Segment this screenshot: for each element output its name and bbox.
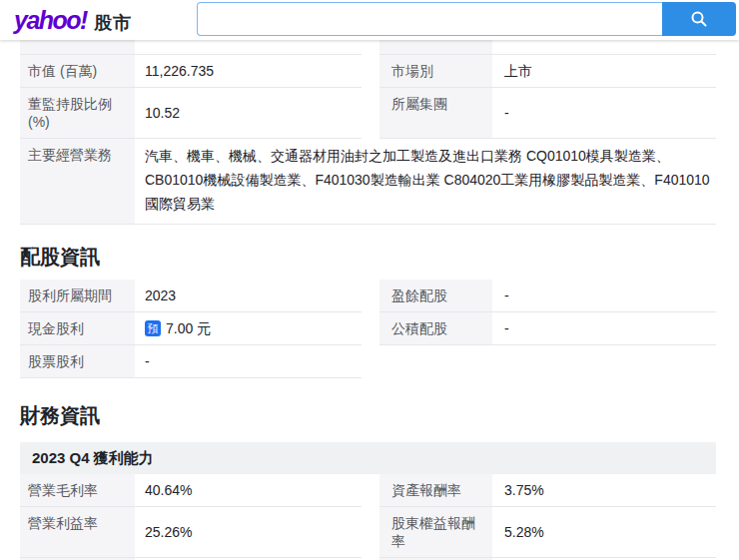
row-value: 10.52 — [135, 88, 362, 138]
row-value: - — [492, 312, 716, 344]
search-icon — [690, 10, 708, 28]
row-label: 現金股利 — [20, 312, 135, 344]
row-label: 市場別 — [379, 55, 492, 87]
table-row: 市值 (百萬) 11,226.735 市場別 上市 — [20, 55, 716, 88]
row-value: 2023 — [135, 280, 362, 311]
row-value: 11,226.735 — [135, 55, 362, 87]
search-button[interactable] — [662, 2, 736, 36]
row-label: 營業毛利率 — [20, 474, 135, 506]
row-value: 預 7.00 元 — [135, 312, 362, 344]
estimate-badge: 預 — [145, 320, 161, 336]
row-value: - — [492, 88, 716, 138]
table-row-clipped — [20, 40, 716, 55]
profitability-header: 2023 Q4 獲利能力 — [20, 442, 716, 474]
row-label: 所屬集團 — [379, 88, 492, 138]
row-label: 主要經營業務 — [20, 139, 135, 224]
page: yahoo! 股市 市值 (百萬) 11,226.7 — [0, 0, 739, 560]
row-label: 市值 (百萬) — [20, 55, 135, 87]
table-row: 現金股利 預 7.00 元 公積配股 - — [20, 312, 716, 345]
table-row: 營業利益率 25.26% 股東權益報酬率 5.28% — [20, 507, 716, 558]
table-row: 股利所屬期間 2023 盈餘配股 - — [20, 280, 716, 312]
search-box — [197, 2, 736, 36]
stock-market-label[interactable]: 股市 — [94, 11, 132, 35]
row-value: 40.64% — [135, 474, 362, 506]
table-row: 營業毛利率 40.64% 資產報酬率 3.75% — [20, 474, 716, 507]
row-value: 汽車、機車、機械、交通器材用油封之加工製造及進出口業務 CQ01010模具製造業… — [135, 139, 716, 224]
table-row: 股票股利 - — [20, 345, 716, 378]
table-row: 董監持股比例(%) 10.52 所屬集團 - — [20, 88, 716, 139]
row-label: 股票股利 — [20, 345, 135, 377]
row-value: - — [135, 345, 362, 377]
row-label: 股利所屬期間 — [20, 280, 135, 311]
section-title-finance: 財務資訊 — [20, 403, 716, 427]
row-label: 營業利益率 — [20, 507, 135, 557]
row-label: 盈餘配股 — [379, 280, 492, 311]
section-title-dividend: 配股資訊 — [20, 245, 716, 269]
row-label: 公積配股 — [379, 312, 492, 344]
row-label: 股東權益報酬率 — [379, 507, 492, 557]
row-value: 3.75% — [492, 474, 716, 506]
yahoo-stock-logo[interactable]: yahoo! 股市 — [14, 6, 132, 35]
row-value: 5.28% — [492, 507, 716, 557]
row-value: - — [492, 280, 716, 311]
row-label: 董監持股比例(%) — [20, 88, 135, 138]
row-value: 上市 — [492, 55, 716, 87]
yahoo-logo[interactable]: yahoo! — [14, 6, 87, 34]
table-row-business: 主要經營業務 汽車、機車、機械、交通器材用油封之加工製造及進出口業務 CQ010… — [20, 139, 716, 225]
main-content: 市值 (百萬) 11,226.735 市場別 上市 董監持股比例(%) 10.5… — [0, 40, 739, 560]
search-input[interactable] — [197, 2, 662, 36]
top-header: yahoo! 股市 — [0, 0, 739, 40]
row-value: 25.26% — [135, 507, 362, 557]
cash-dividend-value: 7.00 元 — [166, 319, 211, 337]
row-label: 資產報酬率 — [379, 474, 492, 506]
